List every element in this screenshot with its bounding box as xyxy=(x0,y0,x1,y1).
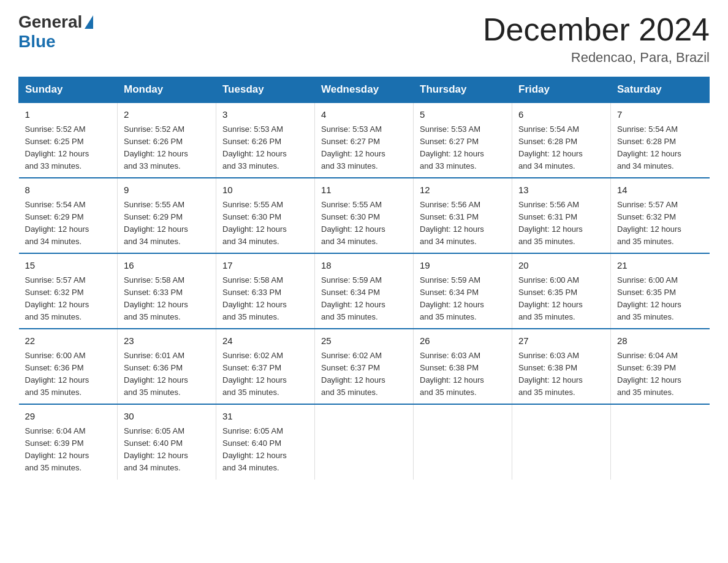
logo-general-text: General xyxy=(18,12,93,32)
day-info: Sunrise: 5:55 AMSunset: 6:29 PMDaylight:… xyxy=(124,199,210,248)
day-number: 30 xyxy=(124,410,210,424)
day-number: 16 xyxy=(124,259,210,273)
day-info: Sunrise: 6:03 AMSunset: 6:38 PMDaylight:… xyxy=(420,350,506,399)
day-number: 19 xyxy=(420,259,506,273)
day-number: 7 xyxy=(617,108,703,122)
day-number: 27 xyxy=(518,334,604,348)
calendar-cell: 25Sunrise: 6:02 AMSunset: 6:37 PMDayligh… xyxy=(315,329,414,404)
logo-general-label: General xyxy=(18,12,82,32)
header-monday: Monday xyxy=(118,77,216,103)
month-year-title: December 2024 xyxy=(483,12,710,47)
day-info: Sunrise: 5:53 AMSunset: 6:27 PMDaylight:… xyxy=(321,123,407,173)
day-number: 17 xyxy=(222,259,308,273)
header-tuesday: Tuesday xyxy=(216,77,315,103)
day-number: 22 xyxy=(25,334,112,348)
calendar-cell: 15Sunrise: 5:57 AMSunset: 6:32 PMDayligh… xyxy=(19,253,118,329)
day-info: Sunrise: 6:04 AMSunset: 6:39 PMDaylight:… xyxy=(25,425,112,475)
calendar-cell: 9Sunrise: 5:55 AMSunset: 6:29 PMDaylight… xyxy=(118,178,216,253)
header-wednesday: Wednesday xyxy=(315,77,414,103)
header-sunday: Sunday xyxy=(19,77,118,103)
day-info: Sunrise: 5:58 AMSunset: 6:33 PMDaylight:… xyxy=(222,274,308,324)
calendar-cell: 24Sunrise: 6:02 AMSunset: 6:37 PMDayligh… xyxy=(216,329,315,404)
calendar-cell: 21Sunrise: 6:00 AMSunset: 6:35 PMDayligh… xyxy=(611,253,710,329)
calendar-cell: 18Sunrise: 5:59 AMSunset: 6:34 PMDayligh… xyxy=(315,253,414,329)
day-number: 6 xyxy=(518,108,604,122)
day-number: 8 xyxy=(25,183,112,197)
day-info: Sunrise: 5:55 AMSunset: 6:30 PMDaylight:… xyxy=(222,199,308,248)
day-number: 23 xyxy=(124,334,210,348)
day-info: Sunrise: 6:00 AMSunset: 6:35 PMDaylight:… xyxy=(617,274,703,324)
calendar-cell: 13Sunrise: 5:56 AMSunset: 6:31 PMDayligh… xyxy=(512,178,611,253)
logo-flag-icon xyxy=(85,15,93,29)
calendar-cell: 6Sunrise: 5:54 AMSunset: 6:28 PMDaylight… xyxy=(512,102,611,178)
location-subtitle: Redencao, Para, Brazil xyxy=(483,50,710,66)
day-number: 18 xyxy=(321,259,407,273)
day-info: Sunrise: 5:53 AMSunset: 6:27 PMDaylight:… xyxy=(420,123,506,173)
calendar-week-row: 29Sunrise: 6:04 AMSunset: 6:39 PMDayligh… xyxy=(19,404,710,479)
calendar-cell: 31Sunrise: 6:05 AMSunset: 6:40 PMDayligh… xyxy=(216,404,315,479)
title-block: December 2024 Redencao, Para, Brazil xyxy=(483,12,710,66)
logo: General Blue xyxy=(18,12,93,52)
calendar-cell: 10Sunrise: 5:55 AMSunset: 6:30 PMDayligh… xyxy=(216,178,315,253)
day-number: 20 xyxy=(518,259,604,273)
calendar-week-row: 8Sunrise: 5:54 AMSunset: 6:29 PMDaylight… xyxy=(19,178,710,253)
calendar-cell: 2Sunrise: 5:52 AMSunset: 6:26 PMDaylight… xyxy=(118,102,216,178)
day-number: 12 xyxy=(420,183,506,197)
day-number: 13 xyxy=(518,183,604,197)
calendar-cell: 3Sunrise: 5:53 AMSunset: 6:26 PMDaylight… xyxy=(216,102,315,178)
calendar-cell: 8Sunrise: 5:54 AMSunset: 6:29 PMDaylight… xyxy=(19,178,118,253)
day-number: 5 xyxy=(420,108,506,122)
calendar-cell: 23Sunrise: 6:01 AMSunset: 6:36 PMDayligh… xyxy=(118,329,216,404)
day-number: 3 xyxy=(222,108,308,122)
calendar-cell: 7Sunrise: 5:54 AMSunset: 6:28 PMDaylight… xyxy=(611,102,710,178)
calendar-cell: 26Sunrise: 6:03 AMSunset: 6:38 PMDayligh… xyxy=(414,329,512,404)
day-number: 25 xyxy=(321,334,407,348)
calendar-cell: 17Sunrise: 5:58 AMSunset: 6:33 PMDayligh… xyxy=(216,253,315,329)
day-number: 24 xyxy=(222,334,308,348)
day-number: 9 xyxy=(124,183,210,197)
day-number: 15 xyxy=(25,259,112,273)
day-info: Sunrise: 6:00 AMSunset: 6:35 PMDaylight:… xyxy=(518,274,604,324)
day-number: 2 xyxy=(124,108,210,122)
day-info: Sunrise: 5:54 AMSunset: 6:28 PMDaylight:… xyxy=(518,123,604,173)
calendar-cell: 19Sunrise: 5:59 AMSunset: 6:34 PMDayligh… xyxy=(414,253,512,329)
day-info: Sunrise: 5:54 AMSunset: 6:28 PMDaylight:… xyxy=(617,123,703,173)
day-info: Sunrise: 6:05 AMSunset: 6:40 PMDaylight:… xyxy=(222,425,308,475)
day-number: 11 xyxy=(321,183,407,197)
calendar-cell: 11Sunrise: 5:55 AMSunset: 6:30 PMDayligh… xyxy=(315,178,414,253)
calendar-week-row: 15Sunrise: 5:57 AMSunset: 6:32 PMDayligh… xyxy=(19,253,710,329)
day-info: Sunrise: 5:59 AMSunset: 6:34 PMDaylight:… xyxy=(321,274,407,324)
header-friday: Friday xyxy=(512,77,611,103)
calendar-cell: 27Sunrise: 6:03 AMSunset: 6:38 PMDayligh… xyxy=(512,329,611,404)
calendar-cell: 22Sunrise: 6:00 AMSunset: 6:36 PMDayligh… xyxy=(19,329,118,404)
day-info: Sunrise: 5:56 AMSunset: 6:31 PMDaylight:… xyxy=(518,199,604,248)
calendar-cell: 30Sunrise: 6:05 AMSunset: 6:40 PMDayligh… xyxy=(118,404,216,479)
day-info: Sunrise: 5:52 AMSunset: 6:26 PMDaylight:… xyxy=(124,123,210,173)
calendar-cell: 14Sunrise: 5:57 AMSunset: 6:32 PMDayligh… xyxy=(611,178,710,253)
calendar-cell xyxy=(315,404,414,479)
calendar-cell: 12Sunrise: 5:56 AMSunset: 6:31 PMDayligh… xyxy=(414,178,512,253)
day-info: Sunrise: 5:54 AMSunset: 6:29 PMDaylight:… xyxy=(25,199,112,248)
calendar-week-row: 22Sunrise: 6:00 AMSunset: 6:36 PMDayligh… xyxy=(19,329,710,404)
calendar-cell: 1Sunrise: 5:52 AMSunset: 6:25 PMDaylight… xyxy=(19,102,118,178)
day-info: Sunrise: 6:02 AMSunset: 6:37 PMDaylight:… xyxy=(222,350,308,399)
day-info: Sunrise: 6:05 AMSunset: 6:40 PMDaylight:… xyxy=(124,425,210,475)
calendar-table: SundayMondayTuesdayWednesdayThursdayFrid… xyxy=(18,77,710,479)
calendar-cell: 20Sunrise: 6:00 AMSunset: 6:35 PMDayligh… xyxy=(512,253,611,329)
calendar-cell xyxy=(512,404,611,479)
day-info: Sunrise: 5:56 AMSunset: 6:31 PMDaylight:… xyxy=(420,199,506,248)
day-info: Sunrise: 5:55 AMSunset: 6:30 PMDaylight:… xyxy=(321,199,407,248)
calendar-cell: 4Sunrise: 5:53 AMSunset: 6:27 PMDaylight… xyxy=(315,102,414,178)
header-thursday: Thursday xyxy=(414,77,512,103)
calendar-week-row: 1Sunrise: 5:52 AMSunset: 6:25 PMDaylight… xyxy=(19,102,710,178)
days-header-row: SundayMondayTuesdayWednesdayThursdayFrid… xyxy=(19,77,710,103)
page-header: General Blue December 2024 Redencao, Par… xyxy=(18,12,710,66)
day-number: 29 xyxy=(25,410,112,424)
day-number: 10 xyxy=(222,183,308,197)
logo-blue-label: Blue xyxy=(18,32,56,52)
day-number: 14 xyxy=(617,183,703,197)
calendar-cell: 5Sunrise: 5:53 AMSunset: 6:27 PMDaylight… xyxy=(414,102,512,178)
day-info: Sunrise: 6:03 AMSunset: 6:38 PMDaylight:… xyxy=(518,350,604,399)
day-info: Sunrise: 6:02 AMSunset: 6:37 PMDaylight:… xyxy=(321,350,407,399)
day-number: 31 xyxy=(222,410,308,424)
